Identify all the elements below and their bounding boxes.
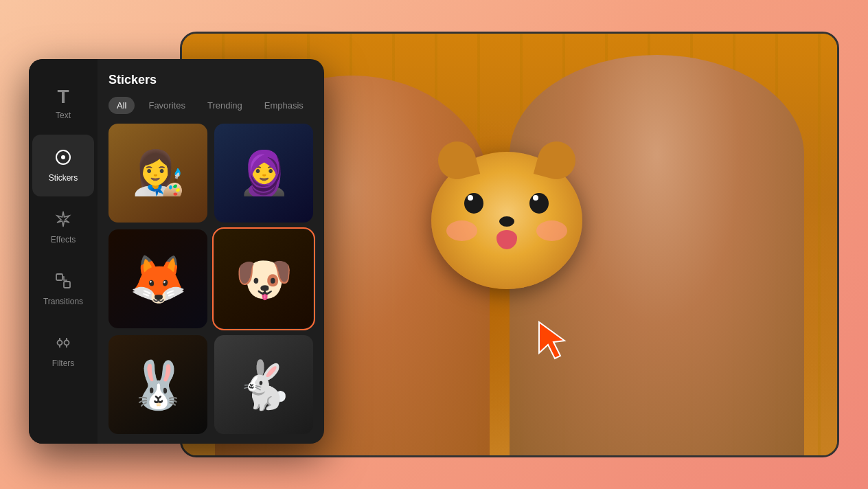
sticker-item-bunny-right[interactable]: 🐇: [214, 335, 313, 434]
nav-item-effects[interactable]: Effects: [32, 196, 94, 258]
filter-tab-trending[interactable]: Trending: [199, 97, 251, 114]
dog-sticker-overlay: [431, 152, 582, 289]
cursor-arrow: [536, 319, 577, 363]
stickers-icon: [54, 148, 72, 169]
svg-point-5: [58, 341, 62, 345]
filter-tabs-bar: All Favorites Trending Emphasis: [108, 97, 313, 114]
nav-item-stickers[interactable]: Stickers: [32, 135, 94, 196]
filters-label: Filters: [52, 359, 75, 368]
app-wrapper: T Text Stickers Effects: [29, 32, 839, 457]
filter-tab-favorites[interactable]: Favorites: [140, 97, 193, 114]
dog-cheek-left: [446, 220, 477, 241]
dog-cheek-right: [536, 220, 567, 241]
text-icon: T: [57, 87, 69, 106]
sticker-bunny-left-emoji: 🐰: [129, 361, 187, 408]
dog-nose: [499, 216, 514, 227]
nav-item-filters[interactable]: Filters: [32, 320, 94, 382]
dog-eye-right: [529, 193, 549, 214]
sticker-item-girl-pearl[interactable]: 🧕: [214, 124, 313, 223]
left-navigation: T Text Stickers Effects: [29, 59, 98, 444]
sticker-bunny-right-emoji: 🐇: [235, 361, 293, 408]
text-label: Text: [56, 111, 71, 120]
stickers-panel-title: Stickers: [108, 73, 313, 87]
nav-item-text[interactable]: T Text: [32, 73, 94, 135]
dog-face: [431, 152, 582, 289]
effects-icon: [54, 210, 72, 231]
sticker-girl-pearl-emoji: 🧕: [238, 152, 290, 194]
filters-icon: [54, 334, 72, 354]
sticker-shiba-emoji: 🐶: [235, 255, 293, 302]
sticker-item-vermeer[interactable]: 👩‍🎨: [108, 124, 207, 223]
filter-tab-all[interactable]: All: [108, 97, 135, 114]
effects-label: Effects: [51, 235, 76, 244]
filter-tab-emphasis[interactable]: Emphasis: [256, 97, 312, 114]
svg-point-6: [65, 341, 69, 345]
sticker-fox-emoji: 🦊: [129, 255, 187, 302]
svg-rect-4: [64, 282, 70, 288]
transitions-icon: [54, 272, 72, 293]
sticker-vermeer-emoji: 👩‍🎨: [132, 152, 185, 194]
stickers-label: Stickers: [49, 173, 78, 183]
sticker-item-bunny-left[interactable]: 🐰: [108, 335, 207, 434]
svg-rect-3: [56, 274, 62, 280]
svg-point-2: [61, 155, 65, 159]
stickers-content-area: Stickers All Favorites Trending Emphasis…: [98, 59, 324, 444]
nav-item-transitions[interactable]: Transitions: [32, 258, 94, 320]
sticker-item-fox[interactable]: 🦊: [108, 229, 207, 328]
sticker-grid: 👩‍🎨 🧕 🦊 🐶 🐰 🐇: [108, 124, 313, 434]
sticker-item-shiba[interactable]: 🐶: [214, 229, 313, 328]
dog-tongue: [496, 230, 517, 249]
sidebar-panel: T Text Stickers Effects: [29, 59, 324, 444]
svg-marker-0: [539, 322, 564, 359]
transitions-label: Transitions: [43, 297, 83, 306]
dog-eye-left: [464, 193, 483, 214]
